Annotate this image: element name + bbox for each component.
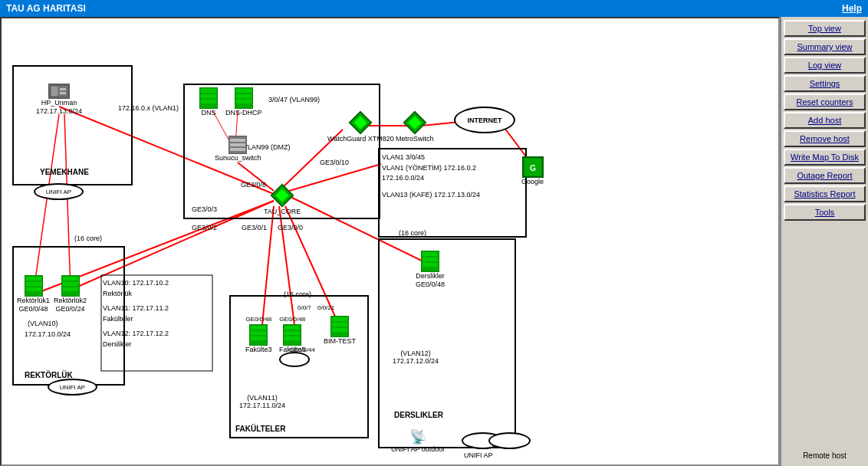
google-node[interactable]: G Google — [521, 156, 544, 186]
vlan11-label: (VLAN11) 172.17.11.0/24 — [239, 394, 285, 409]
derslikler-zone-label: DERSLIKLER — [394, 411, 443, 419]
settings-button[interactable]: Settings — [784, 75, 866, 92]
hp-icon — [48, 84, 70, 99]
sunucu-switch-label: Sunucu_switch — [215, 154, 261, 162]
svg-rect-62 — [284, 331, 300, 335]
svg-rect-65 — [332, 317, 347, 321]
unifi-ap-outdoor-node: 📡 UNIFI AP outdoor — [391, 428, 445, 454]
vlan1-label: 172.16.0.x (VLAN1) — [118, 104, 179, 112]
svg-rect-25 — [51, 87, 58, 96]
antenna-outdoor-icon: 📡 — [409, 428, 426, 445]
dns-label: DNS — [201, 109, 215, 117]
svg-line-15 — [34, 114, 59, 290]
svg-rect-55 — [63, 287, 78, 291]
svg-rect-31 — [201, 100, 216, 103]
ge048-fakulte3: GE0/0/48 — [245, 316, 271, 323]
derslikler-node[interactable]: DersliklerGE0/0/48 — [416, 251, 445, 289]
tau-core-label: TAU_CORE — [264, 208, 301, 216]
svg-line-14 — [289, 164, 381, 191]
port007-label: 0/0/7 — [298, 304, 311, 311]
svg-rect-39 — [230, 148, 245, 151]
metroswitch-node[interactable]: MetroSwitch — [396, 110, 434, 143]
outage-report-button[interactable]: Outage Report — [784, 167, 866, 184]
svg-rect-63 — [284, 336, 300, 340]
svg-rect-49 — [26, 277, 41, 281]
svg-line-16 — [64, 114, 71, 290]
svg-rect-38 — [230, 143, 245, 146]
log-view-button[interactable]: Log view — [784, 57, 866, 74]
sidebar: Top view Summary view Log view Settings … — [780, 17, 868, 466]
svg-rect-50 — [26, 282, 41, 286]
16core-label-left: (16 core) — [74, 235, 102, 242]
ge302-label: GE3/0/2 — [192, 224, 217, 231]
svg-line-9 — [69, 201, 274, 290]
vlan-info: VLAN1 3/0/45 VLAN1 (YÖNETİM) 172.16.0.2 … — [382, 153, 480, 200]
internet-oval: INTERNET — [454, 107, 515, 133]
sunucu-switch-node[interactable]: Sunucu_switch — [215, 136, 261, 162]
summary-view-button[interactable]: Summary view — [784, 38, 866, 55]
tools-button[interactable]: Tools — [784, 204, 866, 221]
svg-rect-37 — [230, 139, 245, 142]
vlan12-info: (VLAN12) 172.17.12.0/24 — [393, 350, 439, 365]
rektorluk1-label: Rektörlük1GE0/0/48 — [17, 297, 50, 313]
svg-rect-33 — [236, 89, 252, 93]
yemekhane-label: YEMEKHANE — [40, 168, 89, 176]
svg-rect-69 — [422, 252, 438, 256]
watchguard-node[interactable]: WatchGuard XTM820 — [327, 110, 394, 143]
write-map-button[interactable]: Write Map To Disk — [784, 149, 866, 166]
ge310-label: GE3/0/10 — [320, 159, 349, 166]
dns-dhcp-label: DNS-DHCP — [225, 109, 262, 117]
svg-text:G: G — [530, 164, 536, 172]
fakulte3-node[interactable]: GE0/0/48 Fakülte3 — [245, 316, 272, 354]
unifi-ap-rektorluk: UNIFI AP — [48, 379, 97, 395]
svg-rect-51 — [26, 287, 41, 291]
derslikler-label: DersliklerGE0/0/48 — [416, 272, 445, 289]
dns-node[interactable]: DNS — [199, 87, 218, 117]
svg-rect-26 — [60, 88, 66, 90]
help-link[interactable]: Help — [842, 3, 862, 14]
vlan10-ip: 172.17.10.0/24 — [25, 330, 71, 338]
statistics-report-button[interactable]: Statistics Report — [784, 185, 866, 202]
16core-label-right: (16 core) — [399, 229, 426, 237]
remote-host-label: Remote host — [784, 448, 866, 463]
remove-host-button[interactable]: Remove host — [784, 130, 866, 147]
rektorluk-zone-label: REKTÖRLÜK — [25, 371, 73, 379]
svg-rect-59 — [251, 336, 266, 340]
internet-label: INTERNET — [468, 116, 502, 124]
svg-rect-70 — [422, 258, 438, 261]
svg-rect-71 — [422, 263, 438, 267]
title-bar: TAU AG HARITASI Help — [0, 0, 868, 17]
reset-counters-button[interactable]: Reset counters — [784, 94, 866, 110]
google-label: Google — [521, 178, 544, 186]
rektorluk2-label: Rektörlük2GE0/0/24 — [54, 297, 87, 313]
ge308-label: GE3/0/8 — [241, 181, 266, 189]
ge301-label: GE3/0/1 — [242, 224, 267, 231]
fakulte3-label: Fakülte3 — [245, 346, 272, 354]
app-title: TAU AG HARITASI — [6, 3, 86, 14]
network-lines — [2, 18, 778, 464]
top-view-button[interactable]: Top view — [784, 20, 866, 37]
ge303-label: GE3/0/3 — [192, 205, 217, 213]
google-icon: G — [522, 156, 544, 178]
tau-core-node[interactable]: TAU_CORE — [264, 183, 301, 216]
rektorluk1-node[interactable]: Rektörlük1GE0/0/48 — [17, 275, 50, 313]
bim-test-label: BIM-TEST — [324, 337, 356, 346]
network-map[interactable]: YEMEKHANE HP_Unman172.17.13.0/24 172.16.… — [0, 17, 780, 466]
unifi-ap-yemekhane-label: UNIFI AP — [46, 189, 71, 195]
rektorluk2-node[interactable]: Rektörlük2GE0/0/24 — [54, 275, 87, 313]
add-host-button[interactable]: Add host — [784, 112, 866, 129]
dns-dhcp-node[interactable]: DNS-DHCP — [225, 87, 262, 117]
svg-rect-58 — [251, 331, 266, 335]
fakulteler-label: FAKÜLTELER — [235, 425, 285, 433]
metroswitch-label: MetroSwitch — [396, 135, 434, 143]
ge048-fakulte5: GE0/0/48 — [279, 316, 305, 323]
hp-unman-label: HP_Unman172.17.13.0/24 — [36, 99, 82, 116]
bim-test-node[interactable]: BIM-TEST — [324, 316, 356, 346]
svg-rect-29 — [201, 89, 216, 93]
hp-unman-node[interactable]: HP_Unman172.17.13.0/24 — [36, 84, 82, 116]
unifi-ap-label: UNIFI AP — [464, 451, 493, 459]
svg-rect-35 — [236, 100, 252, 103]
unifi-ap-rektorluk-label: UNIFI AP — [60, 384, 85, 391]
vlan10-label: (VLAN10) — [28, 320, 58, 327]
ge300-label: GE3/0/0 — [278, 224, 303, 231]
